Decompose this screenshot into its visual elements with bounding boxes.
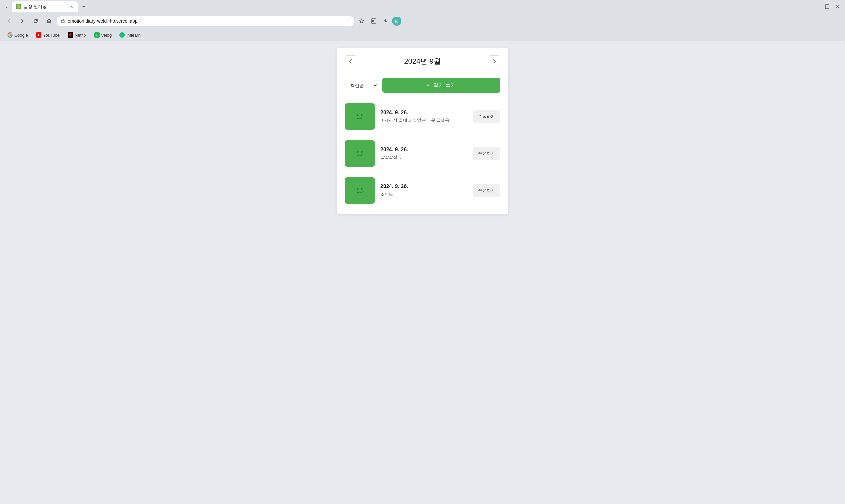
page-content: 2024년 9월 최신순 오래된순 새 일기 쓰기 [0,41,845,504]
smiley-face-icon-3 [353,183,367,198]
forward-icon [19,18,25,24]
entry-content-2: 2024. 9. 26. 잘잘잘잘... [380,146,467,160]
bookmark-youtube-label: YouTube [43,33,60,38]
back-button[interactable] [4,16,15,26]
month-title: 2024년 9월 [404,56,441,66]
google-favicon [7,32,13,38]
new-tab-button[interactable]: + [79,2,88,11]
calendar-header: 2024년 9월 [345,55,500,67]
entry-content-1: 2024. 9. 26. 어제까지 끝내고 싶었는데 못 끝냈음 [380,110,467,123]
puzzle-icon [371,18,377,24]
bookmark-netflix[interactable]: Netflix [65,31,90,39]
new-entry-button[interactable]: 새 일기 쓰기 [382,78,500,93]
entry-emoji-2 [345,140,375,167]
nav-bar: emotion-diary-weld-rho.vercel.app [0,13,845,29]
bookmark-inflearn-label: inflearn [126,33,141,38]
nav-right-controls: K [357,16,413,26]
svg-point-19 [354,184,366,197]
bookmark-youtube[interactable]: YouTube [33,31,63,39]
svg-point-15 [361,114,363,116]
svg-point-16 [354,147,366,160]
svg-text:v: v [95,34,97,37]
tab-dropdown-btn[interactable]: ⌄ [3,3,11,11]
tab-favicon: 😊 [16,4,21,9]
diary-entry: 2024. 9. 26. 어제까지 끝내고 싶었는데 못 끝냈음 수정하기 [345,101,500,132]
svg-point-18 [361,151,363,153]
svg-point-14 [357,114,358,116]
bookmark-google[interactable]: Google [4,31,31,39]
svg-text:i: i [121,34,122,37]
reload-icon [33,18,39,24]
minimize-button[interactable]: — [812,2,821,11]
bookmark-netflix-label: Netflix [75,33,87,38]
active-tab[interactable]: 😊 감정 일기장 ✕ [12,1,78,12]
svg-point-13 [354,110,366,123]
tab-title: 감정 일기장 [24,4,66,10]
next-month-button[interactable] [488,55,500,67]
forward-button[interactable] [17,16,28,26]
entry-preview-3: 조아도 [380,192,467,197]
smiley-face-icon-1 [353,109,367,124]
entry-edit-button-2[interactable]: 수정하기 [473,147,500,160]
bookmark-inflearn[interactable]: i inflearn [116,31,144,39]
entry-edit-button-3[interactable]: 수정하기 [473,184,500,197]
svg-point-17 [357,151,358,153]
maximize-button[interactable] [823,2,832,11]
home-button[interactable] [43,16,54,26]
reload-button[interactable] [30,16,41,26]
lock-icon [61,18,65,24]
youtube-favicon [36,32,41,38]
bookmark-velog[interactable]: v velog [91,31,115,39]
address-text: emotion-diary-weld-rho.vercel.app [68,18,350,24]
svg-point-3 [408,19,409,20]
entry-content-3: 2024. 9. 26. 조아도 [380,183,467,197]
diary-container: 2024년 9월 최신순 오래된순 새 일기 쓰기 [337,48,508,214]
controls-row: 최신순 오래된순 새 일기 쓰기 [345,78,500,93]
svg-point-5 [408,22,409,23]
svg-rect-1 [61,20,65,23]
chrome-menu-button[interactable] [403,16,413,26]
bookmark-google-label: Google [14,33,28,38]
inflearn-favicon: i [120,32,125,38]
prev-month-button[interactable] [345,55,357,67]
tab-close-btn[interactable]: ✕ [69,4,74,9]
download-icon [382,18,389,24]
extension-puzzle-button[interactable] [368,16,379,26]
prev-arrow-icon [348,59,353,64]
close-button[interactable]: ✕ [833,2,842,11]
star-icon [359,18,365,24]
svg-point-20 [357,188,358,190]
diary-entries: 2024. 9. 26. 어제까지 끝내고 싶었는데 못 끝냈음 수정하기 [345,101,500,206]
home-icon [46,18,52,24]
profile-avatar[interactable]: K [392,17,401,26]
svg-point-4 [408,21,409,22]
chrome-window: ⌄ 😊 감정 일기장 ✕ + — ✕ [0,0,845,504]
diary-entry-3: 2024. 9. 26. 조아도 수정하기 [345,175,500,206]
back-icon [6,18,12,24]
entry-edit-button-1[interactable]: 수정하기 [473,110,500,123]
svg-point-21 [361,188,363,190]
bookmark-star-button[interactable] [357,16,367,26]
entry-preview-1: 어제까지 끝내고 싶었는데 못 끝냈음 [380,118,467,123]
save-download-button[interactable] [380,16,391,26]
netflix-favicon [68,32,73,38]
maximize-icon [825,4,829,9]
title-bar: ⌄ 😊 감정 일기장 ✕ + — ✕ [0,0,845,13]
bookmarks-bar: Google YouTube Netflix [0,29,845,41]
three-dots-icon [405,18,411,24]
smiley-face-icon-2 [353,146,367,161]
velog-favicon: v [94,32,100,38]
bookmark-velog-label: velog [101,33,111,38]
entry-date-1: 2024. 9. 26. [380,110,467,115]
svg-point-11 [120,32,125,38]
window-controls: — ✕ [812,2,842,11]
entry-emoji-3 [345,177,375,204]
tab-strip: ⌄ 😊 감정 일기장 ✕ + [3,1,811,12]
address-bar[interactable]: emotion-diary-weld-rho.vercel.app [57,16,354,26]
diary-entry-2: 2024. 9. 26. 잘잘잘잘... 수정하기 [345,138,500,169]
entry-preview-2: 잘잘잘잘... [380,155,467,160]
sort-select[interactable]: 최신순 오래된순 [345,79,378,91]
svg-rect-0 [825,5,829,8]
next-arrow-icon [492,59,497,64]
entry-date-3: 2024. 9. 26. [380,183,467,190]
